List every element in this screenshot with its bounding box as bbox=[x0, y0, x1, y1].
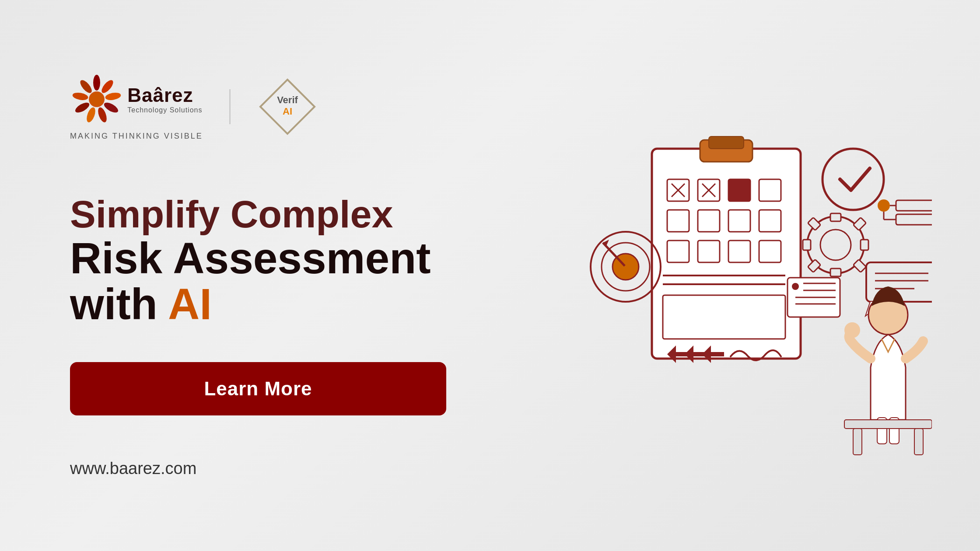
baarez-icon-group: Baârez Technology Solutions bbox=[70, 73, 202, 126]
svg-rect-49 bbox=[861, 240, 868, 250]
svg-rect-50 bbox=[808, 217, 821, 230]
svg-point-45 bbox=[820, 230, 851, 260]
baarez-text-group: Baârez Technology Solutions bbox=[127, 84, 202, 114]
headline-ai-word: AI bbox=[168, 279, 212, 328]
svg-point-54 bbox=[822, 149, 884, 210]
svg-point-74 bbox=[844, 322, 860, 338]
verifai-diamond-icon: Verif AI bbox=[257, 76, 318, 137]
website-url: www.baarez.com bbox=[70, 459, 446, 478]
svg-rect-79 bbox=[914, 429, 923, 455]
svg-rect-23 bbox=[728, 179, 750, 201]
svg-rect-58 bbox=[896, 214, 932, 225]
verifai-logo: Verif AI bbox=[257, 76, 318, 137]
right-panel bbox=[490, 0, 980, 551]
svg-point-10 bbox=[90, 92, 104, 106]
baarez-name: Baârez bbox=[127, 84, 202, 106]
headline-line3-prefix: with bbox=[70, 279, 168, 328]
svg-point-6 bbox=[85, 106, 97, 123]
svg-point-9 bbox=[78, 78, 94, 95]
page-wrapper: Baârez Technology Solutions MAKING THINK… bbox=[0, 0, 980, 551]
svg-rect-78 bbox=[853, 429, 862, 455]
main-illustration bbox=[538, 79, 932, 472]
svg-rect-56 bbox=[896, 200, 932, 211]
svg-point-5 bbox=[97, 106, 108, 123]
baarez-tagline: MAKING THINKING VISIBLE bbox=[70, 132, 203, 141]
svg-point-55 bbox=[878, 199, 890, 212]
svg-rect-48 bbox=[803, 240, 811, 250]
logo-divider bbox=[229, 89, 231, 124]
baarez-logo: Baârez Technology Solutions MAKING THINK… bbox=[70, 73, 203, 141]
svg-text:AI: AI bbox=[283, 106, 292, 117]
svg-rect-14 bbox=[652, 149, 801, 359]
headline: Simplify Complex Risk Assessment with AI bbox=[70, 193, 446, 328]
logos-section: Baârez Technology Solutions MAKING THINK… bbox=[70, 73, 446, 141]
svg-rect-52 bbox=[808, 259, 821, 272]
svg-point-68 bbox=[792, 283, 799, 290]
svg-point-2 bbox=[100, 78, 115, 95]
svg-rect-53 bbox=[853, 259, 866, 272]
learn-more-button[interactable]: Learn More bbox=[70, 362, 446, 415]
svg-rect-46 bbox=[830, 213, 841, 221]
svg-rect-77 bbox=[844, 420, 932, 429]
svg-rect-16 bbox=[709, 136, 744, 149]
headline-line1: Simplify Complex bbox=[70, 193, 446, 236]
baarez-swirl-icon bbox=[70, 73, 123, 126]
headline-line2: Risk Assessment bbox=[70, 235, 446, 281]
headline-line3: with AI bbox=[70, 281, 446, 327]
svg-point-8 bbox=[72, 91, 89, 101]
svg-rect-47 bbox=[830, 269, 841, 276]
svg-rect-51 bbox=[853, 217, 866, 230]
svg-text:Verif: Verif bbox=[277, 94, 298, 105]
baarez-subtitle: Technology Solutions bbox=[127, 106, 202, 114]
svg-point-3 bbox=[105, 91, 122, 101]
left-panel: Baârez Technology Solutions MAKING THINK… bbox=[0, 0, 490, 551]
svg-point-1 bbox=[93, 75, 100, 91]
